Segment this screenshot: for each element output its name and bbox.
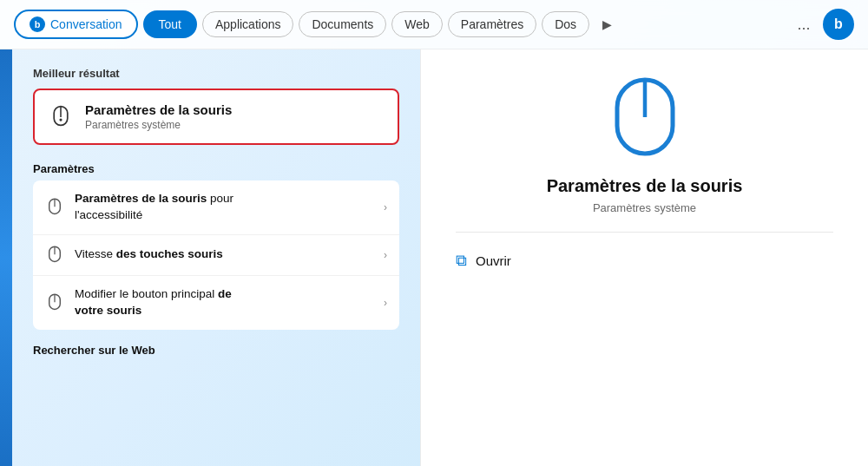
chevron-right-icon-1: › xyxy=(384,201,387,213)
settings-list: Paramètres de la souris pourl'accessibil… xyxy=(33,180,399,330)
open-button[interactable]: ⧉ Ouvrir xyxy=(456,246,511,275)
tab-dos[interactable]: Dos xyxy=(542,11,589,37)
settings-item-1-text: Paramètres de la souris pourl'accessibil… xyxy=(75,191,373,224)
mouse-icon-item-2 xyxy=(45,246,64,265)
best-result-title: Paramètres de la souris xyxy=(85,102,232,117)
dos-label: Dos xyxy=(555,17,576,31)
settings-item-3-text: Modifier le bouton principal devotre sou… xyxy=(75,286,373,319)
applications-label: Applications xyxy=(215,17,281,31)
svg-point-2 xyxy=(59,118,62,121)
best-result-section-title: Meilleur résultat xyxy=(33,67,399,80)
windows-sidebar xyxy=(0,49,12,466)
settings-item-accessibility[interactable]: Paramètres de la souris pourl'accessibil… xyxy=(33,180,399,235)
mouse-icon-item-3 xyxy=(45,293,64,312)
tab-applications[interactable]: Applications xyxy=(202,11,294,37)
divider xyxy=(456,232,833,233)
documents-label: Documents xyxy=(312,17,373,31)
top-bar: b Conversation Tout Applications Documen… xyxy=(0,0,868,49)
open-label: Ouvrir xyxy=(476,253,511,268)
more-icon: ... xyxy=(797,16,810,34)
mouse-icon-item-1 xyxy=(45,198,64,217)
best-result-card[interactable]: Paramètres de la souris Paramètres systè… xyxy=(33,89,399,145)
more-button[interactable]: ... xyxy=(790,10,818,38)
mouse-icon-large xyxy=(610,75,680,162)
play-button[interactable]: ▶ xyxy=(595,12,619,36)
settings-item-2-text: Vitesse des touches souris xyxy=(75,246,373,263)
tab-conversation[interactable]: b Conversation xyxy=(14,10,138,39)
chevron-right-icon-2: › xyxy=(384,249,387,261)
chevron-right-icon-3: › xyxy=(384,297,387,309)
tab-parametres[interactable]: Paramètres xyxy=(448,11,536,37)
open-external-icon: ⧉ xyxy=(456,252,467,270)
best-result-text: Paramètres de la souris Paramètres systè… xyxy=(85,102,232,131)
bing-circle-button[interactable]: b xyxy=(823,9,854,40)
settings-item-button[interactable]: Modifier le bouton principal devotre sou… xyxy=(33,276,399,330)
main-content: Meilleur résultat Paramètres de la souri… xyxy=(0,49,868,466)
left-panel: Meilleur résultat Paramètres de la souri… xyxy=(12,49,420,466)
settings-item-speed[interactable]: Vitesse des touches souris › xyxy=(33,235,399,276)
web-label: Web xyxy=(404,17,430,31)
right-panel: Paramètres de la souris Paramètres systè… xyxy=(420,49,868,466)
right-subtitle: Paramètres système xyxy=(593,201,696,214)
settings-section-title: Paramètres xyxy=(33,162,399,175)
best-result-subtitle: Paramètres système xyxy=(85,119,232,131)
tab-documents[interactable]: Documents xyxy=(299,11,386,37)
parametres-label: Paramètres xyxy=(461,17,523,31)
conversation-label: Conversation xyxy=(50,17,122,31)
mouse-icon-small xyxy=(49,105,73,129)
right-title: Paramètres de la souris xyxy=(547,176,743,196)
tout-label: Tout xyxy=(159,17,181,31)
bing-circle-icon: b xyxy=(834,16,843,32)
bing-icon-conversation: b xyxy=(30,16,45,32)
tab-tout[interactable]: Tout xyxy=(143,10,197,38)
web-section-title: Rechercher sur le Web xyxy=(33,344,399,357)
tab-web[interactable]: Web xyxy=(391,11,443,37)
